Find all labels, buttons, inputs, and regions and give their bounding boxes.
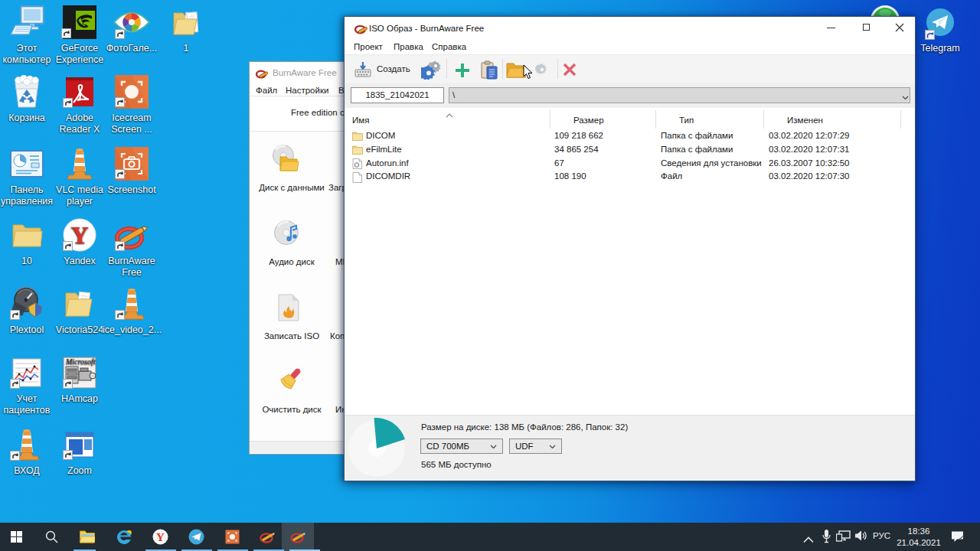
- svg-text:Microsoft: Microsoft: [65, 357, 96, 366]
- svg-text:Y: Y: [70, 221, 88, 249]
- svg-text:Y: Y: [156, 531, 165, 543]
